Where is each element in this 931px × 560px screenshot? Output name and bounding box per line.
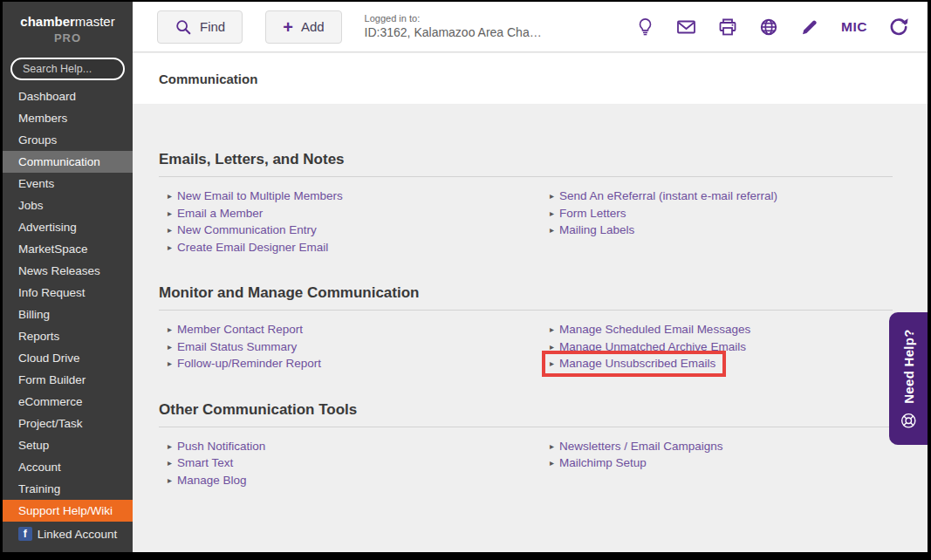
section-divider xyxy=(159,427,893,427)
link-manage-unsubscribed-emails[interactable]: Manage Unsubscribed Emails xyxy=(559,357,715,370)
section-other-communication-tools: Other Communication Tools ▸Push Notifica… xyxy=(159,372,893,489)
help-search xyxy=(10,58,125,80)
search-icon xyxy=(175,18,192,36)
sidebar-item-training[interactable]: Training xyxy=(3,478,133,500)
globe-icon[interactable] xyxy=(759,17,778,37)
sidebar-item-dashboard[interactable]: Dashboard xyxy=(3,85,133,107)
link-manage-blog[interactable]: Manage Blog xyxy=(177,474,247,487)
link-arrow-icon: ▸ xyxy=(550,225,554,235)
highlighted-link-wrap: ▸Manage Unsubscribed Emails xyxy=(550,355,715,372)
list-item: ▸Mailing Labels xyxy=(550,222,893,239)
sidebar-item-ecommerce[interactable]: eCommerce xyxy=(3,391,133,413)
need-help-inner: Need Help? xyxy=(900,329,917,429)
topbar-icon-group: MIC xyxy=(636,17,908,37)
sidebar-item-info-request[interactable]: Info Request xyxy=(3,282,133,304)
lightbulb-icon[interactable] xyxy=(636,17,654,37)
app-logo: chambermaster PRO xyxy=(3,2,133,46)
envelope-icon[interactable] xyxy=(676,18,696,36)
logged-in-info: Logged in to: ID:3162, Kalamazoo Area Ch… xyxy=(365,13,542,40)
brand-badge: PRO xyxy=(3,30,133,46)
links-left-column: ▸Push Notification ▸Smart Text ▸Manage B… xyxy=(159,438,541,489)
sidebar-item-marketspace[interactable]: MarketSpace xyxy=(3,238,133,260)
sidebar-item-form-builder[interactable]: Form Builder xyxy=(3,369,133,391)
section-emails-letters-notes: Emails, Letters, and Notes ▸New Email to… xyxy=(159,104,893,256)
link-new-email-to-multiple-members[interactable]: New Email to Multiple Members xyxy=(177,189,343,202)
link-send-an-ereferral[interactable]: Send An eReferral (instant e-mail referr… xyxy=(559,189,777,202)
link-arrow-icon: ▸ xyxy=(550,441,554,451)
sidebar-item-events[interactable]: Events xyxy=(3,173,133,195)
sidebar-item-groups[interactable]: Groups xyxy=(3,129,133,151)
sidebar-item-billing[interactable]: Billing xyxy=(3,304,133,325)
search-input[interactable] xyxy=(10,58,125,80)
sidebar-item-linked-account[interactable]: f Linked Account xyxy=(3,522,133,546)
refresh-icon[interactable] xyxy=(889,17,908,37)
link-newsletters-email-campaigns[interactable]: Newsletters / Email Campaigns xyxy=(559,440,723,453)
sidebar-item-advertising[interactable]: Advertising xyxy=(3,216,133,238)
plus-icon: + xyxy=(283,18,293,36)
link-member-contact-report[interactable]: Member Contact Report xyxy=(177,323,303,336)
window-frame: chambermaster PRO Dashboard Members Grou… xyxy=(0,0,931,560)
list-item: ▸Send An eReferral (instant e-mail refer… xyxy=(550,188,893,205)
list-item: ▸Email a Member xyxy=(168,205,541,222)
link-arrow-icon: ▸ xyxy=(168,342,172,352)
sidebar-item-setup[interactable]: Setup xyxy=(3,434,133,456)
link-arrow-icon: ▸ xyxy=(168,242,172,252)
list-item: ▸Newsletters / Email Campaigns xyxy=(550,438,893,455)
list-item: ▸Mailchimp Setup xyxy=(550,454,893,472)
link-email-a-member[interactable]: Email a Member xyxy=(177,207,263,220)
section-divider xyxy=(159,310,893,311)
link-arrow-icon: ▸ xyxy=(168,225,172,235)
link-manage-scheduled-email-messages[interactable]: Manage Scheduled Email Messages xyxy=(559,323,750,336)
need-help-tab[interactable]: Need Help? xyxy=(889,312,928,445)
link-new-communication-entry[interactable]: New Communication Entry xyxy=(177,223,317,236)
find-button-label: Find xyxy=(200,19,225,34)
sidebar-nav: Dashboard Members Groups Communication E… xyxy=(3,85,133,546)
brand-rest: master xyxy=(75,14,115,29)
sidebar-item-news-releases[interactable]: News Releases xyxy=(3,260,133,282)
logged-in-value: ID:3162, Kalamazoo Area Cha… xyxy=(365,24,542,40)
sidebar-item-support-help-wiki[interactable]: Support Help/Wiki xyxy=(3,500,133,522)
link-form-letters[interactable]: Form Letters xyxy=(559,207,626,220)
logged-in-label: Logged in to: xyxy=(365,13,542,24)
link-email-status-summary[interactable]: Email Status Summary xyxy=(177,340,297,353)
link-smart-text[interactable]: Smart Text xyxy=(177,456,233,469)
sidebar-item-account[interactable]: Account xyxy=(3,456,133,478)
list-item: ▸New Email to Multiple Members xyxy=(168,188,541,205)
link-mailing-labels[interactable]: Mailing Labels xyxy=(559,223,634,236)
app-window: chambermaster PRO Dashboard Members Grou… xyxy=(3,2,928,552)
link-arrow-icon: ▸ xyxy=(550,359,554,368)
list-item: ▸Smart Text xyxy=(168,454,541,472)
link-arrow-icon: ▸ xyxy=(168,458,172,468)
sidebar-item-reports[interactable]: Reports xyxy=(3,325,133,347)
sidebar-item-jobs[interactable]: Jobs xyxy=(3,195,133,216)
need-help-label: Need Help? xyxy=(901,329,916,404)
link-follow-up-reminder-report[interactable]: Follow-up/Reminder Report xyxy=(177,357,321,370)
sidebar-item-project-task[interactable]: Project/Task xyxy=(3,413,133,434)
links-right-column: ▸Send An eReferral (instant e-mail refer… xyxy=(541,188,893,256)
list-item: ▸Member Contact Report xyxy=(168,321,541,338)
linked-account-label: Linked Account xyxy=(38,528,118,541)
facebook-icon: f xyxy=(18,527,32,541)
sidebar-item-communication[interactable]: Communication xyxy=(3,151,133,173)
mic-menu[interactable]: MIC xyxy=(841,19,867,35)
link-mailchimp-setup[interactable]: Mailchimp Setup xyxy=(559,456,647,469)
section-heading: Monitor and Manage Communication xyxy=(159,256,893,302)
page-title-band: Communication xyxy=(133,53,928,104)
section-monitor-manage-communication: Monitor and Manage Communication ▸Member… xyxy=(159,256,893,372)
link-arrow-icon: ▸ xyxy=(550,191,554,201)
link-manage-unmatched-archive-emails[interactable]: Manage Unmatched Archive Emails xyxy=(559,340,746,353)
section-links: ▸Member Contact Report ▸Email Status Sum… xyxy=(159,321,893,372)
pencil-icon[interactable] xyxy=(800,17,819,37)
list-item: ▸Follow-up/Reminder Report xyxy=(168,355,541,372)
add-button[interactable]: + Add xyxy=(265,10,341,44)
links-right-column: ▸Newsletters / Email Campaigns ▸Mailchim… xyxy=(541,438,893,489)
link-push-notification[interactable]: Push Notification xyxy=(177,440,265,453)
printer-icon[interactable] xyxy=(718,17,737,37)
list-item: ▸Manage Unsubscribed Emails xyxy=(550,355,893,372)
sidebar-item-members[interactable]: Members xyxy=(3,107,133,129)
find-button[interactable]: Find xyxy=(157,10,243,44)
list-item: ▸Email Status Summary xyxy=(168,338,541,356)
link-create-email-designer-email[interactable]: Create Email Designer Email xyxy=(177,241,328,254)
link-arrow-icon: ▸ xyxy=(168,359,172,368)
sidebar-item-cloud-drive[interactable]: Cloud Drive xyxy=(3,347,133,369)
